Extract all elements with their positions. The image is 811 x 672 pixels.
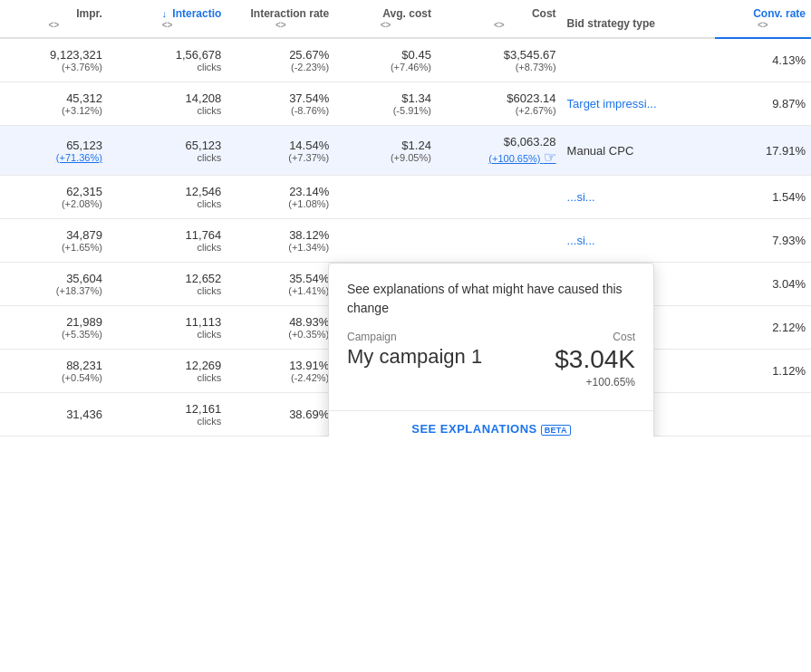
- cost-value: $6,063.28: [504, 135, 556, 149]
- see-explanations-button[interactable]: SEE EXPLANATIONSBETA: [411, 422, 571, 436]
- interaction-cell: 12,269clicks: [108, 350, 227, 393]
- impr-resize[interactable]: <>: [5, 20, 102, 30]
- table-row: 65,123(+71.36%)65,123clicks14.54%(+7.37%…: [0, 126, 811, 176]
- impr-sub: (+18.37%): [5, 285, 102, 296]
- impr-header[interactable]: Impr. <>: [0, 0, 108, 38]
- impr-cell: 35,604(+18.37%): [0, 263, 108, 306]
- interaction-value: 12,269: [186, 359, 222, 372]
- conv-rate-header[interactable]: Conv. rate <>: [715, 0, 811, 38]
- cost-cell: $6,063.28(+100.65%) ☞: [437, 126, 562, 176]
- impr-cell: 62,315(+2.08%): [0, 176, 108, 219]
- table-row: 34,879(+1.65%)11,764clicks38.12%(+1.34%)…: [0, 219, 811, 263]
- cost-label: Cost: [532, 7, 556, 20]
- bid-strategy-header[interactable]: Bid strategy type: [562, 0, 715, 38]
- interaction-rate-sub: (+1.08%): [232, 198, 329, 209]
- tooltip-cost-pct: +100.65%: [555, 376, 635, 389]
- conv-rate-value: 1.12%: [772, 364, 806, 378]
- avg-cost-value: $0.45: [401, 48, 431, 62]
- table-row: 62,315(+2.08%)12,546clicks23.14%(+1.08%)…: [0, 176, 811, 219]
- tooltip-campaign-section: Campaign My campaign 1: [347, 331, 482, 369]
- avg-cost-cell: $1.34(-5.91%): [334, 82, 437, 126]
- interaction-rate-sub: (+1.41%): [232, 285, 329, 296]
- interaction-value: 11,764: [186, 228, 222, 242]
- interaction-rate-value: 13.91%: [289, 359, 329, 372]
- cost-resize[interactable]: <>: [442, 20, 556, 30]
- interaction-value: 11,113: [186, 315, 222, 329]
- bid-strategy-cell: Target impressi...: [562, 82, 715, 126]
- interaction-rate-value: 25.67%: [289, 48, 329, 62]
- impr-value: 31,436: [66, 408, 102, 421]
- avg-cost-cell: [334, 219, 437, 263]
- interaction-rate-label: Interaction rate: [251, 7, 330, 20]
- avg-cost-header[interactable]: Avg. cost <>: [334, 0, 437, 38]
- avg-cost-cell: $0.45(+7.46%): [334, 38, 437, 82]
- cost-sub: (+2.67%): [442, 105, 556, 116]
- conv-rate-resize[interactable]: <>: [720, 20, 806, 30]
- interaction-cell: 1,56,678clicks: [108, 38, 227, 82]
- impr-sub: (+5.35%): [5, 329, 102, 340]
- conv-rate-value: 4.13%: [772, 53, 806, 67]
- impr-sub: (+71.36%): [5, 152, 102, 163]
- interaction-cell: 11,764clicks: [108, 219, 227, 263]
- impr-sub: (+3.76%): [5, 62, 102, 72]
- cost-cell: $6023.14(+2.67%): [437, 82, 562, 126]
- impr-cell: 65,123(+71.36%): [0, 126, 108, 176]
- bid-strategy-cell: [562, 38, 715, 82]
- interaction-rate-sub: (+1.34%): [232, 242, 329, 253]
- tooltip-cost-section: Cost $3.04K +100.65%: [555, 331, 635, 389]
- conv-rate-value: 3.04%: [772, 277, 806, 291]
- conv-rate-cell: 1.54%: [715, 176, 811, 219]
- tooltip-campaign-label: Campaign: [347, 331, 482, 343]
- interaction-rate-sub: (+0.35%): [232, 329, 329, 340]
- interaction-cell: 12,546clicks: [108, 176, 227, 219]
- main-table-container: Impr. <> ↓ Interactio <> Interaction rat…: [0, 0, 811, 437]
- interaction-rate-cell: 38.69%: [227, 393, 334, 437]
- interaction-rate-resize[interactable]: <>: [232, 20, 329, 30]
- interaction-rate-cell: 23.14%(+1.08%): [227, 176, 334, 219]
- tooltip-explain-text: See explanations of what might have caus…: [347, 280, 635, 318]
- cost-sub: (+8.73%): [442, 62, 556, 72]
- conv-rate-value: 2.12%: [772, 321, 806, 334]
- bid-strategy-value: Manual CPC: [567, 144, 634, 158]
- interaction-cell: 12,161clicks: [108, 393, 227, 437]
- impr-cell: 21,989(+5.35%): [0, 306, 108, 350]
- cost-header[interactable]: Cost <>: [437, 0, 562, 38]
- interaction-rate-cell: 25.67%(-2.23%): [227, 38, 334, 82]
- interaction-value: 14,208: [186, 91, 222, 105]
- interaction-rate-value: 14.54%: [289, 139, 329, 152]
- interaction-header[interactable]: ↓ Interactio <>: [108, 0, 227, 38]
- interaction-sub: clicks: [113, 152, 221, 163]
- interaction-rate-value: 48.93%: [289, 315, 329, 329]
- interaction-cell: 12,652clicks: [108, 263, 227, 306]
- conv-rate-cell: 17.91%: [715, 126, 811, 176]
- conv-rate-value: 9.87%: [772, 97, 806, 110]
- avg-cost-value: $1.34: [401, 91, 431, 105]
- avg-cost-resize[interactable]: <>: [340, 20, 431, 30]
- avg-cost-sub: (+9.05%): [340, 152, 431, 163]
- cost-change-tooltip: See explanations of what might have caus…: [328, 263, 654, 437]
- conv-rate-cell: 9.87%: [715, 82, 811, 126]
- conv-rate-value: 17.91%: [766, 144, 806, 158]
- conv-rate-cell: 7.93%: [715, 219, 811, 263]
- interaction-sub: clicks: [113, 198, 221, 209]
- conv-rate-cell: 4.13%: [715, 38, 811, 82]
- interaction-cell: 14,208clicks: [108, 82, 227, 126]
- interaction-rate-value: 35.54%: [289, 272, 329, 285]
- bid-strategy-cell: ...si...: [562, 176, 715, 219]
- cost-cell: [437, 219, 562, 263]
- bid-strategy-link[interactable]: Target impressi...: [567, 97, 657, 110]
- impr-value: 9,123,321: [50, 48, 102, 62]
- bid-strategy-link[interactable]: ...si...: [567, 234, 595, 247]
- conv-rate-cell: 1.12%: [715, 350, 811, 393]
- cost-sub: (+100.65%) ☞: [442, 149, 556, 166]
- tooltip-cost-label: Cost: [555, 331, 635, 343]
- bid-strategy-link[interactable]: ...si...: [567, 190, 595, 204]
- beta-badge: BETA: [541, 425, 571, 436]
- interaction-rate-cell: 14.54%(+7.37%): [227, 126, 334, 176]
- interaction-rate-header[interactable]: Interaction rate <>: [227, 0, 334, 38]
- interaction-rate-sub: (-8.76%): [232, 105, 329, 116]
- impr-cell: 45,312(+3.12%): [0, 82, 108, 126]
- conv-rate-cell: 3.04%: [715, 263, 811, 306]
- interaction-rate-cell: 48.93%(+0.35%): [227, 306, 334, 350]
- interaction-resize[interactable]: <>: [113, 20, 221, 30]
